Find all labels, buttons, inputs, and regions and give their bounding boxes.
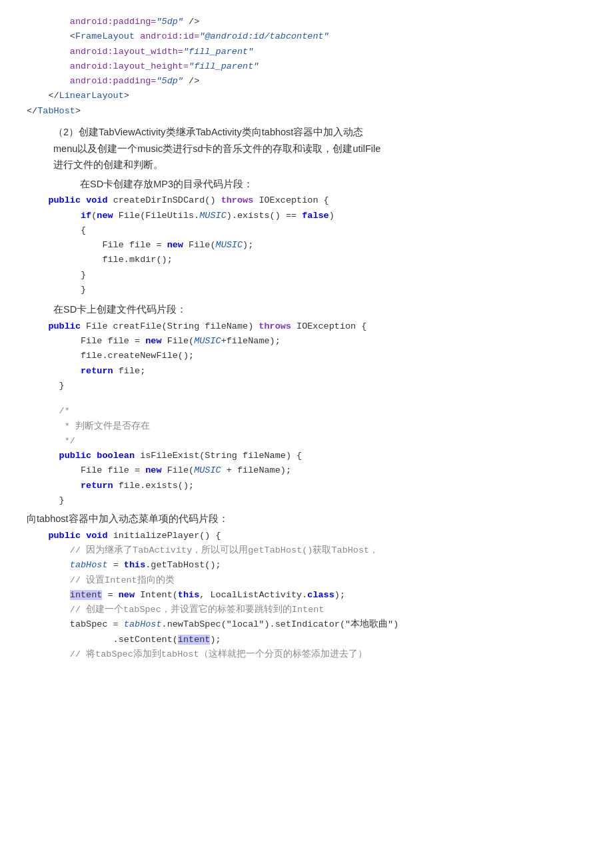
code-comment-3: */ [27,434,586,449]
code-create-dir-3: { [27,223,586,238]
code-init-4: // 设置Intent指向的类 [27,573,586,588]
code-line-6: </LinearLayout> [27,89,586,103]
code-create-dir-7: } [27,283,586,297]
code-comment-1: /* [27,404,586,419]
prose-para-3: 进行文件的创建和判断。 [27,157,586,173]
prose-para-2: menu以及创建一个music类进行sd卡的音乐文件的存取和读取，创建utilF… [27,141,586,157]
code-line-4: android:layout_height="fill_parent" [27,59,586,74]
code-isfileexist-4: } [27,493,586,508]
content-area: android:padding="5dp" /> <FrameLayout an… [27,15,586,662]
code-init-1: public void initializePlayer() { [27,529,586,543]
code-create-dir-2: if(new File(FileUtils.MUSIC).exists() ==… [27,209,586,223]
prose-para-1: （2）创建TabViewActivity类继承TabActivity类向tabh… [27,124,586,141]
code-line-3: android:layout_width="fill_parent" [27,45,586,59]
code-create-dir-5: file.mkdir(); [27,253,586,267]
code-init-5: intent = new Intent(this, LocalListActiv… [27,588,586,603]
is-file-exist-code: /* * 判断文件是否存在 */ public boolean isFileEx… [27,404,586,508]
create-dir-code: public void createDirInSDCard() throws I… [27,193,586,297]
code-creat-2: File file = new File(MUSIC+fileName); [27,334,586,349]
code-line-5: android:padding="5dp" /> [27,74,586,89]
xml-code-section: android:padding="5dp" /> <FrameLayout an… [27,15,586,119]
code-create-dir-4: File file = new File(MUSIC); [27,238,586,253]
code-creat-4: return file; [27,364,586,379]
code-init-3: tabHost = this.getTabHost(); [27,558,586,573]
sd-heading: 在SD卡创建存放MP3的目录代码片段： [27,176,586,193]
code-create-dir-1: public void createDirInSDCard() throws I… [27,193,586,208]
code-init-2: // 因为继承了TabActivity，所以可以用getTabHost()获取T… [27,543,586,558]
code-init-6: // 创建一个tabSpec，并设置它的标签和要跳转到的Intent [27,603,586,617]
code-init-9: // 将tabSpec添加到tabHost（这样就把一个分页的标签添加进去了） [27,647,586,662]
code-line-1: android:padding="5dp" /> [27,15,586,29]
code-isfileexist-3: return file.exists(); [27,479,586,493]
code-comment-2: * 判断文件是否存在 [27,419,586,434]
tabhost-heading: 向tabhost容器中加入动态菜单项的代码片段： [27,511,586,527]
code-line-2: <FrameLayout android:id="@android:id/tab… [27,29,586,44]
creat-file-code: public File creatFile(String fileName) t… [27,319,586,393]
code-create-dir-6: } [27,268,586,283]
initialize-player-code: public void initializePlayer() { // 因为继承… [27,529,586,662]
code-creat-3: file.createNewFile(); [27,349,586,363]
code-init-7: tabSpec = tabHost.newTabSpec("local").se… [27,617,586,632]
code-line-7: </TabHost> [27,104,586,119]
code-creat-1: public File creatFile(String fileName) t… [27,319,586,334]
code-isfileexist-1: public boolean isFileExist(String fileNa… [27,449,586,463]
sd-file-heading: 在SD卡上创建文件代码片段： [27,301,586,318]
code-creat-5: } [27,379,586,393]
code-isfileexist-2: File file = new File(MUSIC + fileName); [27,463,586,478]
code-init-8: .setContent(intent); [27,633,586,647]
